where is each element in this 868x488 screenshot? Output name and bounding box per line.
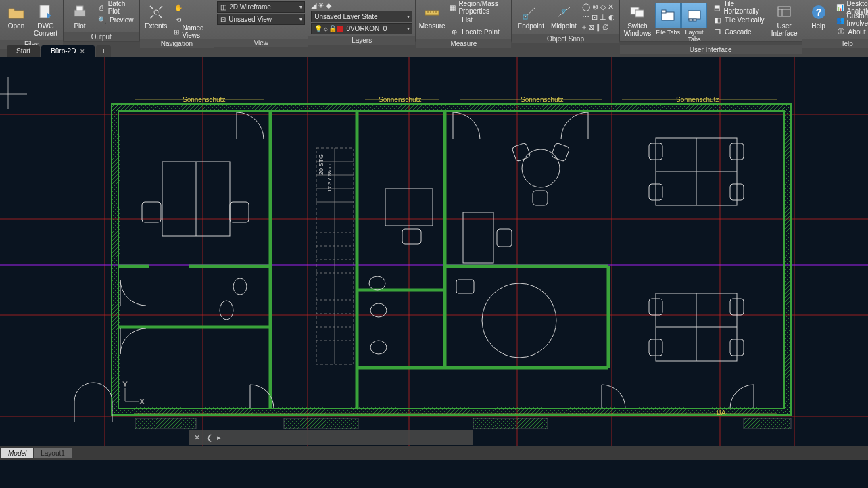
view-dropdown[interactable]: ⊡Unsaved View <box>217 14 305 25</box>
bulb-icon: 💡 <box>314 25 322 32</box>
osnap-center-icon[interactable]: ◯ <box>582 3 590 11</box>
current-layer-dropdown[interactable]: 💡☼🔓0VORKON_0 <box>311 23 412 34</box>
dwg-convert-button[interactable]: DWG Convert <box>31 1 60 39</box>
panel-measure: Measure ▦Region/Mass Properties ☰List ⊕L… <box>416 0 512 41</box>
svg-rect-13 <box>635 10 644 17</box>
floor-plan-drawing: 20 STG 17.3 / 28cm Sonnenschutz Sonnensc… <box>0 57 868 460</box>
svg-line-11 <box>558 7 570 17</box>
about-button[interactable]: ⓘAbout <box>834 26 869 38</box>
dwg-convert-icon <box>37 3 55 22</box>
customer-icon: 👥 <box>836 15 844 24</box>
cascade-icon: ❐ <box>713 27 722 36</box>
locate-icon: ⊕ <box>450 27 459 36</box>
svg-rect-14 <box>662 12 674 20</box>
svg-text:X: X <box>140 398 144 405</box>
svg-rect-43 <box>783 104 791 415</box>
endpoint-button[interactable]: Endpoint <box>514 1 546 31</box>
file-tabs-toggle[interactable] <box>655 3 681 28</box>
svg-rect-38 <box>118 111 784 408</box>
panel-label: Object Snap <box>512 34 619 43</box>
panel-layers: ◢ ☀ ◆ Unsaved Layer State 💡☼🔓0VORKON_0 L… <box>308 0 416 41</box>
midpoint-button[interactable]: Midpoint <box>548 1 579 31</box>
lock-icon: 🔓 <box>329 25 337 32</box>
visual-style-dropdown[interactable]: ◫2D Wireframe <box>217 1 305 13</box>
extents-button[interactable]: Extents <box>143 1 170 31</box>
svg-text:Sonnenschutz: Sonnenschutz <box>379 96 421 103</box>
help-icon: ? <box>809 3 828 22</box>
layout-tab-bar: Model Layout1 <box>0 446 868 460</box>
pan-button[interactable]: ✋ <box>171 1 212 14</box>
batch-icon: ⎙ <box>97 3 105 12</box>
endpoint-icon <box>521 3 540 22</box>
model-tab[interactable]: Model <box>1 448 33 458</box>
osnap-par-icon[interactable]: ∥ <box>596 23 600 32</box>
tab-start[interactable]: Start <box>7 45 40 57</box>
user-interface-button[interactable]: User Interface <box>770 1 799 39</box>
panel-osnap: Endpoint Midpoint ◯⊗◇✕ ⋯⊡⊥◐ ⌖⊠∥∅ Object … <box>512 0 619 41</box>
pan-icon: ✋ <box>174 3 183 12</box>
panel-help: ? Help 📊Desktop Analytics 👥Customer Invo… <box>802 0 869 41</box>
panel-label: Layers <box>308 36 415 45</box>
osnap-ext-icon[interactable]: ⋯ <box>582 13 589 22</box>
osnap-int-icon[interactable]: ✕ <box>608 3 614 11</box>
layer-state-dropdown[interactable]: Unsaved Layer State <box>311 11 412 22</box>
named-views-button[interactable]: ⊞Named Views <box>171 26 212 38</box>
svg-rect-57 <box>142 202 161 222</box>
svg-text:Sonnenschutz: Sonnenschutz <box>676 96 719 103</box>
layer-icon2[interactable]: ☀ <box>318 1 324 10</box>
customer-button[interactable]: 👥Customer Involvement <box>834 14 869 26</box>
layout1-tab[interactable]: Layout1 <box>34 448 72 458</box>
layer-icon1[interactable]: ◢ <box>311 1 316 10</box>
region-icon: ▦ <box>450 3 456 12</box>
panel-label: Help <box>802 39 869 48</box>
layer-icon3[interactable]: ◆ <box>326 1 331 10</box>
osnap-node-icon[interactable]: ⊗ <box>592 3 598 11</box>
svg-rect-81 <box>497 229 512 247</box>
help-button[interactable]: ? Help <box>805 1 832 31</box>
drawing-canvas[interactable]: 20 STG 17.3 / 28cm Sonnenschutz Sonnensc… <box>0 57 868 460</box>
close-icon[interactable]: ✕ <box>80 48 85 55</box>
svg-point-63 <box>482 283 556 358</box>
batch-plot-button[interactable]: ⎙Batch Plot <box>95 1 137 14</box>
new-tab-button[interactable]: + <box>96 45 111 57</box>
tile-v-button[interactable]: ◧Tile Vertically <box>710 14 769 26</box>
region-button[interactable]: ▦Region/Mass Properties <box>447 1 508 14</box>
osnap-perp-icon[interactable]: ⊥ <box>600 13 606 22</box>
svg-rect-17 <box>689 19 692 21</box>
locate-button[interactable]: ⊕Locate Point <box>447 26 508 38</box>
close-icon[interactable]: ✕ <box>192 433 201 442</box>
preview-button[interactable]: 🔍Preview <box>95 14 137 26</box>
view-icon: ⊡ <box>220 16 226 23</box>
svg-rect-80 <box>463 212 493 263</box>
svg-rect-16 <box>688 11 700 19</box>
list-button[interactable]: ☰List <box>447 14 508 26</box>
cascade-button[interactable]: ❐Cascade <box>710 26 769 38</box>
svg-text:20 STG: 20 STG <box>318 154 324 175</box>
svg-text:Sonnenschutz: Sonnenschutz <box>183 96 225 103</box>
open-button[interactable]: Open <box>3 1 30 31</box>
extents-icon <box>147 3 166 22</box>
osnap-quad-icon[interactable]: ◇ <box>600 3 606 11</box>
chevron-icon[interactable]: ❮ <box>204 433 214 442</box>
osnap-near-icon[interactable]: ⌖ <box>582 23 586 32</box>
tile-h-button[interactable]: ⬒Tile Horizontally <box>710 1 769 14</box>
layout-tabs-toggle[interactable] <box>681 3 707 28</box>
folder-open-icon <box>7 3 26 22</box>
svg-text:Sonnenschutz: Sonnenschutz <box>521 96 563 103</box>
tab-active-doc[interactable]: Büro-2D✕ <box>41 45 95 57</box>
osnap-app-icon[interactable]: ⊠ <box>588 23 594 32</box>
midpoint-icon <box>554 3 573 22</box>
osnap-tan-icon[interactable]: ◐ <box>608 13 615 22</box>
plot-button[interactable]: Plot <box>66 1 93 31</box>
svg-point-86 <box>370 341 387 354</box>
switch-windows-button[interactable]: Switch Windows <box>623 1 652 39</box>
svg-rect-127 <box>744 418 791 429</box>
osnap-ins-icon[interactable]: ⊡ <box>592 13 598 22</box>
svg-rect-19 <box>778 7 790 16</box>
command-input[interactable] <box>228 433 471 441</box>
panel-ui: Switch Windows File TabsLayout Tabs ⬒Til… <box>620 0 802 41</box>
measure-button[interactable]: Measure <box>418 1 445 31</box>
ribbon: Open DWG Convert Files Plot ⎙Batch Plot … <box>0 0 868 42</box>
command-line[interactable]: ✕ ❮ ▸_ <box>189 430 473 445</box>
osnap-none-icon[interactable]: ∅ <box>602 23 609 32</box>
